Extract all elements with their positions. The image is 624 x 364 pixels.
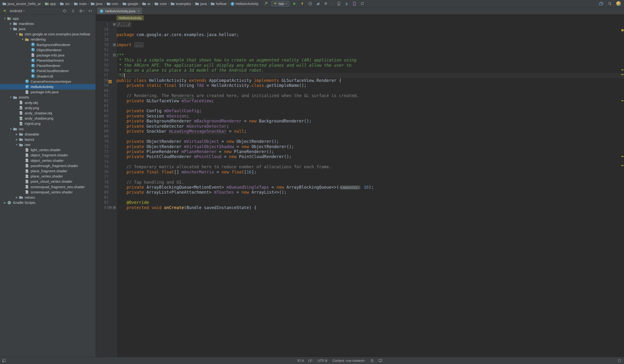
fold-marker-icon[interactable]: +	[113, 23, 116, 26]
apply-changes-icon[interactable]	[300, 1, 305, 6]
tree-item-andy-obj[interactable]: andy.obj	[0, 100, 96, 105]
tree-item-assets[interactable]: ▼assets	[0, 95, 96, 100]
overrides-method-gutter-icon[interactable]	[109, 206, 112, 209]
tree-item-raw[interactable]: ▼raw	[0, 142, 96, 147]
tree-item-andy-shadow-png[interactable]: andy_shadow.png	[0, 116, 96, 121]
tree-item-screenquad-fragment-oes-shader[interactable]: screenquad_fragment_oes.shader	[0, 184, 96, 189]
tree-item-andy-png[interactable]: andy.png	[0, 105, 96, 110]
code-line-73[interactable]: 73 private PointCloudRenderer mPointClou…	[96, 154, 624, 159]
code-line-71[interactable]: 71 private ObjectRenderer mVirtualObject…	[96, 144, 624, 149]
warning-stripe-mark[interactable]	[621, 74, 624, 75]
tree-item-camerapermissionhelper[interactable]: CCameraPermissionHelper	[0, 79, 96, 84]
tree-item-java[interactable]: ▼java	[0, 26, 96, 31]
collapse-all-icon[interactable]	[71, 8, 76, 14]
code-line-66[interactable]: 66 private BackgroundRenderer mBackgroun…	[96, 119, 624, 124]
layout-windows-icon[interactable]	[598, 1, 604, 6]
tree-item-object-fragment-shader[interactable]: object_fragment.shader	[0, 153, 96, 158]
tree-item-backgroundrenderer[interactable]: CBackgroundRenderer	[0, 42, 96, 47]
settings-gear-icon[interactable]: ▾	[79, 8, 84, 14]
tree-item-com-google-ar-core-examples-java-helloar[interactable]: ▼com.google.ar.core.examples.java.helloa…	[0, 31, 96, 37]
tree-collapsed-arrow-icon[interactable]: ▶	[15, 133, 19, 135]
code-line-82[interactable]: 82 @Override	[96, 200, 624, 205]
code-line-52[interactable]: 52	[96, 48, 624, 52]
fold-marker-icon[interactable]: +	[113, 43, 116, 46]
code-line-72[interactable]: 72 private PlaneRenderer mPlaneRenderer …	[96, 149, 624, 154]
warning-stripe-mark[interactable]	[621, 165, 624, 166]
code-line-68[interactable]: 68 private Snackbar mLoadingMessageSnack…	[96, 129, 624, 134]
tree-item-objectrenderer[interactable]: CObjectRenderer	[0, 47, 96, 52]
tree-collapsed-arrow-icon[interactable]: ▶	[3, 201, 7, 204]
code-line-59[interactable]: 59 private static final String TAG = Hel…	[96, 83, 624, 88]
tree-item-res[interactable]: ▼res	[0, 126, 96, 131]
warning-stripe-mark[interactable]	[621, 70, 624, 70]
tree-item-values[interactable]: ▶values	[0, 195, 96, 200]
screen-share-icon[interactable]	[378, 358, 383, 363]
code-line-61[interactable]: 61 // Rendering. The Renderers are creat…	[96, 93, 624, 98]
warning-stripe-mark[interactable]	[621, 156, 624, 157]
code-line-75[interactable]: 75 // Temporary matrix allocated here to…	[96, 164, 624, 169]
tree-item-drawable[interactable]: ▶drawable	[0, 131, 96, 137]
background-tasks-icon[interactable]	[618, 359, 621, 363]
profiler-bars-icon[interactable]	[315, 1, 320, 6]
breadcrumb-class-chip[interactable]: HelloArActivity	[116, 15, 144, 20]
error-stripe[interactable]	[621, 21, 624, 357]
profile-app-icon[interactable]	[308, 1, 313, 6]
tree-item-package-info-java[interactable]: package-info.java	[0, 89, 96, 95]
breadcrumb-item-core[interactable]: core	[155, 2, 167, 6]
breadcrumb-item-ar[interactable]: ar	[142, 2, 150, 6]
breadcrumb-item-app[interactable]: app	[45, 2, 56, 6]
breadcrumb-item-main[interactable]: main	[74, 2, 87, 6]
breadcrumb-item-src[interactable]: src	[60, 2, 70, 6]
tree-collapsed-arrow-icon[interactable]: ▶	[9, 22, 13, 25]
tree-item-planeattachment[interactable]: CPlaneAttachment	[0, 58, 96, 63]
file-encoding[interactable]: UTF-8:	[317, 359, 328, 363]
tree-item-passthrough-fragment-shader[interactable]: passthrough_fragment.shader	[0, 163, 96, 168]
code-line-17[interactable]: 17package com.google.ar.core.examples.ja…	[96, 32, 624, 37]
code-area[interactable]: 1+/.../1617package com.google.ar.core.ex…	[96, 21, 624, 357]
breadcrumb-item-google[interactable]: google	[122, 2, 138, 6]
fold-marker-icon[interactable]: −	[113, 54, 116, 56]
tab-helloaractivity-java[interactable]: C HelloArActivity.java ×	[97, 8, 142, 14]
tree-expanded-arrow-icon[interactable]: ▼	[9, 96, 13, 99]
code-line-74[interactable]: 74	[96, 159, 624, 164]
code-line-70[interactable]: 70 private ObjectRenderer mVirtualObject…	[96, 139, 624, 144]
tree-item-app[interactable]: ▼app	[0, 16, 96, 21]
tree-item-trigrid-png[interactable]: trigrid.png	[0, 121, 96, 126]
tree-item-gradle-scripts[interactable]: ▶Gradle Scripts	[0, 200, 96, 205]
tree-expanded-arrow-icon[interactable]: ▼	[15, 143, 19, 146]
tree-collapsed-arrow-icon[interactable]: ▶	[15, 196, 19, 199]
warning-stripe-mark[interactable]	[621, 100, 624, 101]
code-line-78[interactable]: 78 // Tap handling and UI.	[96, 180, 624, 185]
sdk-manager-icon[interactable]	[344, 1, 349, 6]
breadcrumb-item-helloar[interactable]: helloar	[211, 2, 227, 6]
editor[interactable]: HelloArActivity 1+/.../1617package com.g…	[96, 14, 624, 357]
code-line-64[interactable]: 64 private Config mDefaultConfig;	[96, 108, 624, 113]
tree-expanded-arrow-icon[interactable]: ▼	[15, 33, 19, 35]
breadcrumb-item-java[interactable]: java	[91, 2, 103, 6]
tree-item-shaderutil[interactable]: CShaderUtil	[0, 74, 96, 79]
tree-item-rendering[interactable]: ▼rendering	[0, 37, 96, 42]
code-line-16[interactable]: 16	[96, 27, 624, 32]
tree-expanded-arrow-icon[interactable]: ▼	[9, 128, 13, 130]
tree-item-layout[interactable]: ▶layout	[0, 137, 96, 142]
locate-file-icon[interactable]	[62, 8, 67, 14]
code-line-57[interactable]: 57 */	[96, 73, 624, 78]
run-context[interactable]: Context: <no context>	[332, 359, 365, 363]
project-view-selector[interactable]: Android	[10, 9, 22, 13]
tree-item-manifests[interactable]: ▶manifests	[0, 21, 96, 26]
tree-expanded-arrow-icon[interactable]: ▼	[21, 38, 25, 41]
tree-item-package-info-java[interactable]: package-info.java	[0, 52, 96, 58]
code-line-1[interactable]: 1+/.../	[96, 22, 624, 27]
code-line-54[interactable]: 54 * This is a simple example that shows…	[96, 58, 624, 63]
code-line-58[interactable]: 58<>public class HelloArActivity extends…	[96, 78, 624, 83]
tree-item-helloaractivity[interactable]: CHelloArActivity	[0, 84, 96, 89]
assistant-sphere-icon[interactable]	[616, 1, 621, 6]
run-config-selector[interactable]: app▾	[271, 1, 289, 6]
code-line-77[interactable]: 77	[96, 175, 624, 180]
search-everywhere-icon[interactable]	[607, 1, 612, 6]
code-line-67[interactable]: 67 private GestureDetector mGestureDetec…	[96, 124, 624, 129]
tree-item-light-vertex-shader[interactable]: light_vertex.shader	[0, 147, 96, 153]
tree-item-screenquad-vertex-shader[interactable]: screenquad_vertex.shader	[0, 189, 96, 195]
lock-icon[interactable]	[369, 358, 375, 363]
close-icon[interactable]: ×	[138, 9, 140, 13]
